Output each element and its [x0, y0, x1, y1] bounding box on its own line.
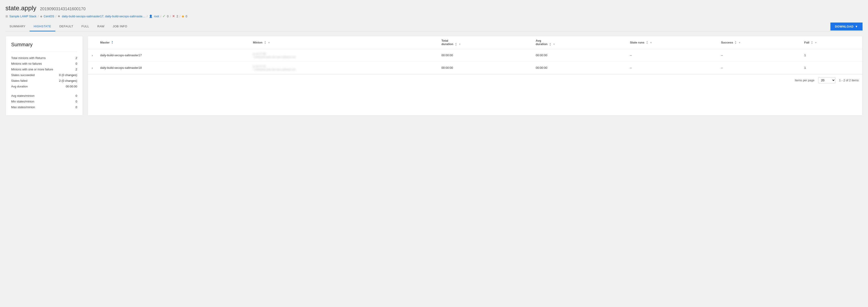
fail-cell-0: 1 [801, 49, 862, 61]
state-runs-cell-1: -- [627, 61, 718, 74]
tab-full[interactable]: FULL [78, 22, 93, 31]
table-row: › daily-build-secops-saltmaster18 ip-10-… [88, 61, 862, 74]
tab-jobinfo[interactable]: JOB INFO [108, 22, 131, 31]
minion-sort-icons[interactable]: ▲ ▼ [264, 41, 266, 44]
table-row: › daily-build-secops-saltmaster17 ip-10-… [88, 49, 862, 61]
breadcrumb-icon-os: ◈ [40, 14, 42, 18]
summary-row-5: Avg duration 00:00:00 [11, 84, 77, 89]
th-fail[interactable]: Fail ▲ ▼ ▼ [801, 36, 862, 49]
table-footer: Items per page 20 50 100 1 - 2 of 2 item… [88, 74, 862, 86]
x-icon: ✕ [172, 14, 175, 18]
avg-dur-cell-0: 00:00:00 [533, 49, 627, 61]
summary-row-8: Max states/minion 0 [11, 104, 77, 110]
summary-row-4: States failed 2 (0 changes) [11, 78, 77, 84]
expand-cell-0: › [88, 49, 97, 61]
th-state-runs[interactable]: State runs ▲ ▼ ▼ [627, 36, 718, 49]
summary-label-6: Avg states/minion [11, 94, 34, 97]
summary-value-3: 0 (0 changes) [59, 73, 78, 77]
check-icon: ✓ [162, 14, 165, 18]
summary-label-5: Avg duration [11, 85, 28, 88]
expand-button-1[interactable]: › [91, 65, 94, 71]
th-master[interactable]: Master ▲ ▼ [97, 36, 250, 49]
total-sort-icons[interactable]: ▲ ▼ [455, 42, 457, 46]
master-cell-0: daily-build-secops-saltmaster17 [97, 49, 250, 61]
summary-value-0: 2 [75, 56, 77, 60]
summary-value-1: 0 [75, 62, 77, 65]
th-expand [88, 36, 97, 49]
diamond-icon: ◆ [182, 14, 184, 18]
total-filter-icon[interactable]: ▼ [459, 43, 461, 45]
sort-down-icon: ▼ [549, 44, 551, 46]
summary-value-2: 2 [75, 68, 77, 71]
summary-label-7: Min states/minion [11, 100, 34, 103]
summary-value-4: 2 (0 changes) [59, 79, 78, 83]
summary-label-3: States succeeded [11, 73, 35, 77]
fail-filter-icon[interactable]: ▼ [815, 41, 817, 44]
th-avg-duration[interactable]: Avgduration ▲ ▼ ▼ [533, 36, 627, 49]
summary-card-title: Summary [11, 42, 77, 52]
minion-cell-0: ip-10-27-80- *.enterprise.palo.dev.aws.s… [250, 49, 438, 61]
stateruns-filter-icon[interactable]: ▼ [650, 41, 652, 44]
tabs-bar: SUMMARY HIGHSTATE DEFAULT FULL RAW JOB I… [5, 22, 863, 31]
state-runs-cell-0: -- [627, 49, 718, 61]
pagination-info: 1 - 2 of 2 items [839, 79, 859, 82]
summary-row-2: Minions with one or more failure 2 [11, 66, 77, 72]
content-area: Summary Total minions with Returns 2 Min… [5, 36, 863, 116]
sort-down-icon: ▼ [264, 42, 266, 44]
avg-dur-cell-1: 00:00:00 [533, 61, 627, 74]
summary-label-1: Minions with no failures [11, 62, 42, 65]
breadcrumb-link-user[interactable]: root [154, 14, 159, 18]
minion-name-1[interactable]: ip-10-27-91- [253, 65, 435, 68]
fail-sort-icons[interactable]: ▲ ▼ [811, 41, 813, 44]
summary-row-7: Min states/minion 0 [11, 99, 77, 104]
breadcrumb-link-stack[interactable]: Sample LAMP Stack [9, 14, 36, 18]
minion-sub-0: *.enterprise.palo.dev.aws.saltstack.net [253, 56, 435, 58]
sort-down-icon: ▼ [111, 42, 113, 44]
sort-down-icon: ▼ [646, 42, 648, 44]
breadcrumb-link-os[interactable]: CentOS [44, 14, 54, 18]
summary-row-6: Avg states/minion 0 [11, 93, 77, 99]
fail-count: 2 [177, 14, 178, 18]
tab-default[interactable]: DEFAULT [55, 22, 78, 31]
header-section: state.apply 20190903143141600170 ⊞ Sampl… [5, 5, 863, 18]
th-total-duration[interactable]: Totalduration ▲ ▼ ▼ [438, 36, 533, 49]
avg-filter-icon[interactable]: ▼ [553, 43, 555, 45]
minion-filter-icon[interactable]: ▼ [268, 41, 270, 44]
page-title: state.apply [5, 5, 36, 12]
stateruns-sort-icons[interactable]: ▲ ▼ [646, 41, 648, 44]
data-table: Master ▲ ▼ Minion ▲ ▼ [88, 36, 862, 74]
master-cell-1: daily-build-secops-saltmaster18 [97, 61, 250, 74]
success-count: 0 [167, 14, 168, 18]
success-cell-1: -- [718, 61, 801, 74]
avg-sort-icons[interactable]: ▲ ▼ [549, 42, 551, 46]
minion-cell-1: ip-10-27-91- *.enterprise.palo.dev.aws.s… [250, 61, 438, 74]
summary-value-5: 00:00:00 [66, 85, 77, 88]
minion-name-0[interactable]: ip-10-27-80- [253, 52, 435, 55]
fail-cell-1: 1 [801, 61, 862, 74]
success-sort-icons[interactable]: ▲ ▼ [735, 41, 737, 44]
expand-cell-1: › [88, 61, 97, 74]
chevron-down-icon: ▼ [855, 25, 858, 28]
items-per-page-label: Items per page [795, 79, 814, 82]
success-cell-0: -- [718, 49, 801, 61]
summary-row-1: Minions with no failures 0 [11, 61, 77, 66]
job-id: 20190903143141600170 [40, 7, 85, 11]
tab-highstate[interactable]: HIGHSTATE [30, 22, 55, 31]
tab-raw[interactable]: RAW [93, 22, 108, 31]
summary-row-0: Total minions with Returns 2 [11, 55, 77, 61]
sort-down-icon: ▼ [811, 42, 813, 44]
th-minion[interactable]: Minion ▲ ▼ ▼ [250, 36, 438, 49]
tab-summary[interactable]: SUMMARY [5, 22, 30, 31]
total-dur-cell-1: 00:00:00 [438, 61, 533, 74]
download-button[interactable]: DOWNLOAD ▼ [830, 23, 863, 31]
sort-down-icon: ▼ [455, 44, 457, 46]
th-success[interactable]: Success ▲ ▼ ▼ [718, 36, 801, 49]
success-filter-icon[interactable]: ▼ [738, 41, 741, 44]
items-per-page-select[interactable]: 20 50 100 [818, 77, 835, 83]
breadcrumb-icon-user: 👤 [149, 14, 153, 18]
summary-label-8: Max states/minion [11, 105, 35, 109]
expand-button-0[interactable]: › [91, 53, 94, 58]
breadcrumb-link-minion[interactable]: daily-build-secops-saltmaster17, daily-b… [62, 14, 145, 18]
summary-card: Summary Total minions with Returns 2 Min… [5, 36, 83, 116]
master-sort-icons[interactable]: ▲ ▼ [111, 41, 113, 44]
